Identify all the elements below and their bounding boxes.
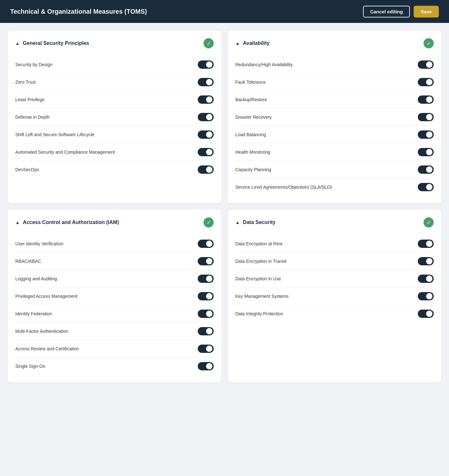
toggle-row: Disaster Recovery: [235, 108, 434, 126]
chevron-up-icon[interactable]: ▲: [15, 41, 20, 46]
toggle-label: Redundancy/High Availability: [235, 62, 418, 67]
toggle-row: Access Review and Certification: [15, 340, 214, 358]
toggle-switch[interactable]: [418, 130, 434, 139]
toggle-row: Data Integrity Protection: [235, 305, 434, 322]
toggle-switch[interactable]: [198, 148, 214, 156]
toggle-switch[interactable]: [418, 257, 434, 265]
toggle-row: Load Balancing: [235, 126, 434, 144]
cancel-editing-button[interactable]: Cancel editing: [363, 6, 410, 18]
toggle-row: Data Encryption in Transit: [235, 253, 434, 270]
toggle-switch[interactable]: [198, 257, 214, 265]
toggle-switch[interactable]: [198, 165, 214, 174]
toggle-slider: [418, 148, 434, 156]
toggle-row: Shift Left and Secure Software Lifecycle: [15, 126, 214, 144]
toggle-switch[interactable]: [198, 60, 214, 69]
toggle-slider: [418, 113, 434, 121]
toggle-row: Capacity Planning: [235, 161, 434, 178]
toggle-slider: [198, 78, 214, 86]
toggle-switch[interactable]: [418, 240, 434, 248]
chevron-up-icon[interactable]: ▲: [15, 220, 20, 225]
section-title-availability: Availability: [243, 40, 270, 46]
toggle-slider: [198, 362, 214, 370]
toggle-switch[interactable]: [198, 310, 214, 318]
main-content: ▲General Security Principles✓Security by…: [0, 23, 449, 390]
toggle-switch[interactable]: [198, 240, 214, 248]
section-check-badge-data-security: ✓: [424, 217, 434, 228]
toggle-switch[interactable]: [198, 130, 214, 139]
toggle-row: Single Sign-On: [15, 358, 214, 375]
toggle-slider: [418, 183, 434, 191]
toggle-slider: [198, 130, 214, 139]
toggle-switch[interactable]: [198, 95, 214, 104]
toggle-switch[interactable]: [418, 165, 434, 174]
toggle-row: Multi-Factor Authentication: [15, 323, 214, 340]
toggle-label: Data Encryption in Transit: [235, 259, 418, 264]
toggle-switch[interactable]: [418, 78, 434, 86]
toggle-switch[interactable]: [198, 78, 214, 86]
toggle-slider: [198, 148, 214, 156]
section-title-access-control: Access Control and Authorization (IAM): [23, 220, 119, 225]
toggle-switch[interactable]: [418, 292, 434, 300]
toggle-switch[interactable]: [418, 148, 434, 156]
section-card-data-security: ▲Data Security✓Data Encryption at RestDa…: [228, 210, 441, 382]
toggle-switch[interactable]: [198, 275, 214, 283]
toggle-label: DevSecOps: [15, 167, 198, 172]
toggle-switch[interactable]: [198, 362, 214, 370]
toggle-slider: [418, 240, 434, 248]
toggle-slider: [198, 275, 214, 283]
toggle-label: Zero Trust: [15, 80, 198, 85]
toggle-switch[interactable]: [418, 183, 434, 191]
toggle-label: Shift Left and Secure Software Lifecycle: [15, 132, 198, 137]
toggle-switch[interactable]: [198, 327, 214, 335]
toggle-slider: [198, 345, 214, 353]
toggle-row: Defense in Depth: [15, 108, 214, 126]
toggle-label: Data Encryption at Rest: [235, 241, 418, 246]
toggle-slider: [418, 275, 434, 283]
toggle-label: Key Management Systems: [235, 294, 418, 299]
toggle-label: Health Monitoring: [235, 150, 418, 155]
toggle-switch[interactable]: [418, 310, 434, 318]
toggle-switch[interactable]: [418, 95, 434, 104]
toggle-slider: [198, 113, 214, 121]
toggle-slider: [418, 60, 434, 69]
toggle-switch[interactable]: [418, 275, 434, 283]
toggle-row: User Identity Verification: [15, 235, 214, 253]
toggle-slider: [418, 130, 434, 139]
toggle-label: User Identity Verification: [15, 241, 198, 246]
toggle-row: Data Encryption in Use: [235, 270, 434, 288]
toggle-row: Automated Security and Compliance Manage…: [15, 144, 214, 161]
toggle-slider: [198, 60, 214, 69]
toggle-switch[interactable]: [418, 60, 434, 69]
toggle-slider: [198, 240, 214, 248]
section-header-left: ▲Data Security: [235, 220, 275, 225]
chevron-up-icon[interactable]: ▲: [235, 220, 240, 225]
toggle-label: Automated Security and Compliance Manage…: [15, 150, 198, 155]
toggle-slider: [418, 78, 434, 86]
toggle-switch[interactable]: [198, 345, 214, 353]
section-header-left: ▲Availability: [235, 40, 270, 46]
header-actions: Cancel editing Save: [363, 6, 439, 18]
section-check-badge-general-security: ✓: [203, 38, 214, 48]
toggle-row: Health Monitoring: [235, 144, 434, 161]
toggle-row: Identity Federation: [15, 305, 214, 323]
toggle-label: Security by Design: [15, 62, 198, 67]
section-check-badge-availability: ✓: [424, 38, 434, 48]
toggle-row: Zero Trust: [15, 74, 214, 91]
toggle-switch[interactable]: [198, 292, 214, 300]
toggle-switch[interactable]: [198, 113, 214, 121]
toggle-label: Least Privilege: [15, 97, 198, 102]
save-button[interactable]: Save: [414, 6, 439, 18]
toggle-label: Logging and Auditing: [15, 276, 198, 281]
toggle-slider: [198, 327, 214, 335]
toggle-label: Fault Tolerance: [235, 80, 418, 85]
page-title: Technical & Organizational Measures (TOM…: [10, 8, 147, 15]
toggle-switch[interactable]: [418, 113, 434, 121]
toggle-row: Backup/Restore: [235, 91, 434, 108]
section-header-left: ▲Access Control and Authorization (IAM): [15, 220, 119, 225]
section-header-left: ▲General Security Principles: [15, 40, 89, 46]
toggle-label: Backup/Restore: [235, 97, 418, 102]
chevron-up-icon[interactable]: ▲: [235, 41, 240, 46]
toggle-label: Load Balancing: [235, 132, 418, 137]
section-header-data-security: ▲Data Security✓: [235, 217, 434, 228]
toggle-label: RBAC/ABAC: [15, 259, 198, 264]
